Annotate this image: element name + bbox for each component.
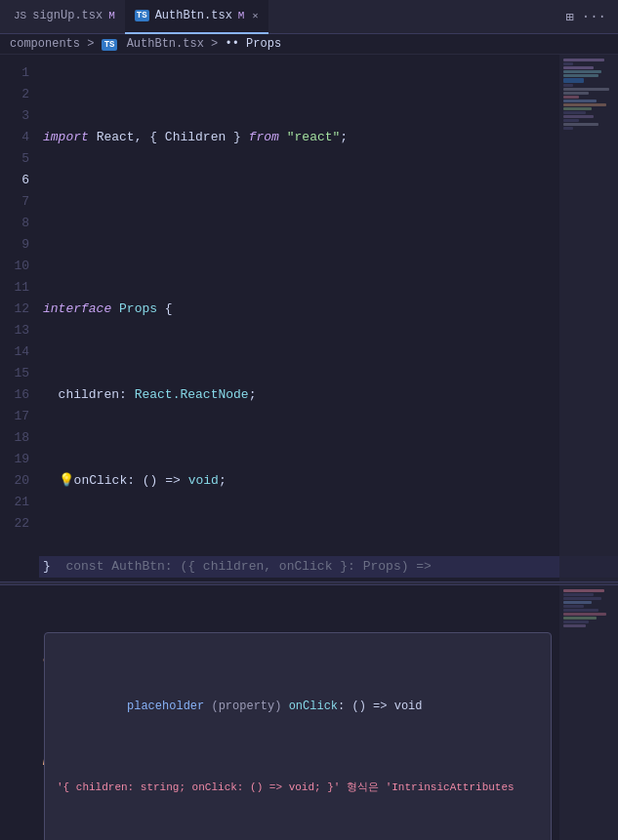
tab-actions: ⊞ ··· — [565, 9, 614, 25]
ln-18: 18 — [0, 427, 29, 449]
tooltip-error-1: '{ children: string; onClick: () => void… — [57, 780, 539, 797]
line-numbers: 1 2 3 4 5 6 7 8 9 10 11 12 13 14 15 16 1… — [0, 55, 39, 581]
ln-19: 19 — [0, 449, 29, 470]
ln-13: 13 — [0, 320, 29, 341]
tab-signup[interactable]: JS signUp.tsx M — [4, 0, 125, 34]
close-icon[interactable]: ✕ — [252, 10, 258, 21]
code-line-1: import React, { Children } from "react"; — [39, 127, 618, 148]
code-line-6: } const AuthBtn: ({ children, onClick }:… — [39, 556, 618, 578]
bottom-panel: onKeyUp={handleEmailEnter} placehold (pr… — [0, 585, 618, 840]
ln-11: 11 — [0, 277, 29, 299]
modified-indicator: M — [108, 10, 115, 21]
modified-indicator-2: M — [238, 10, 245, 21]
tooltip-property: placeholder — [127, 700, 204, 713]
ln-1: 1 — [0, 62, 29, 84]
ln-5: 5 — [0, 148, 29, 170]
ln-2: 2 — [0, 84, 29, 105]
ln-10: 10 — [0, 256, 29, 277]
bottom-code-area[interactable]: onKeyUp={handleEmailEnter} placehold (pr… — [39, 585, 618, 840]
breadcrumb-symbol: •• Props — [225, 37, 281, 51]
ln-21: 21 — [0, 492, 29, 513]
tooltip-popup: placeholder (property) onClick: () => vo… — [44, 632, 552, 840]
ln-12: 12 — [0, 299, 29, 320]
breadcrumb-sep2: > — [211, 37, 225, 51]
ln-16: 16 — [0, 384, 29, 406]
tab-signup-label: signUp.tsx — [32, 9, 103, 22]
code-line-3: interface Props { — [39, 299, 618, 320]
bottom-line-numbers — [0, 585, 39, 840]
breadcrumb: components > TS AuthBtn.tsx > •• Props — [0, 34, 618, 55]
ln-4: 4 — [0, 127, 29, 148]
ln-15: 15 — [0, 363, 29, 384]
split-editor-icon[interactable]: ⊞ — [565, 9, 573, 25]
ts-icon: TS — [135, 10, 149, 21]
ln-9: 9 — [0, 234, 29, 256]
breadcrumb-components: components — [10, 37, 80, 51]
ln-8: 8 — [0, 213, 29, 234]
ln-22: 22 — [0, 513, 29, 535]
code-content[interactable]: import React, { Children } from "react";… — [39, 55, 618, 581]
code-line-5: 💡onClick: () => void; — [39, 470, 618, 492]
editor-container: 1 2 3 4 5 6 7 8 9 10 11 12 13 14 15 16 1… — [0, 55, 618, 581]
code-line-4: children: React.ReactNode; — [39, 384, 618, 406]
ln-3: 3 — [0, 105, 29, 127]
ln-17: 17 — [0, 406, 29, 427]
breadcrumb-file: AuthBtn.tsx — [127, 37, 204, 51]
js-icon: JS — [14, 10, 26, 21]
minimap — [559, 55, 618, 581]
more-actions-icon[interactable]: ··· — [582, 9, 606, 25]
tab-authbtn[interactable]: TS AuthBtn.tsx M ✕ — [125, 0, 268, 34]
ln-14: 14 — [0, 341, 29, 363]
bottom-minimap — [559, 585, 618, 840]
tab-authbtn-label: AuthBtn.tsx — [155, 9, 232, 22]
tab-bar: JS signUp.tsx M TS AuthBtn.tsx M ✕ ⊞ ··· — [0, 0, 618, 34]
code-line-2 — [39, 213, 618, 234]
ln-20: 20 — [0, 470, 29, 492]
ts-badge: TS — [102, 39, 118, 51]
ln-6: 6 — [0, 170, 29, 191]
ln-7: 7 — [0, 191, 29, 213]
breadcrumb-sep1: > — [87, 37, 101, 51]
tooltip-title: placeholder (property) onClick: () => vo… — [57, 678, 539, 735]
